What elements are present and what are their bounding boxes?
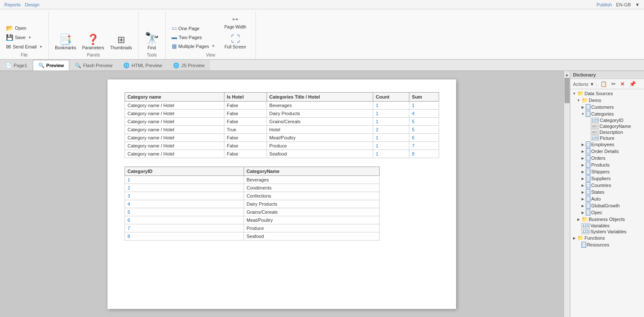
tab-preview-label: Preview — [46, 63, 64, 68]
thumbnails-button[interactable]: ⊞ Thumbnails — [108, 34, 134, 51]
expand-data-sources[interactable]: ▼ — [572, 92, 576, 96]
page-width-button[interactable]: ↔ Page Width — [223, 14, 248, 30]
tab-page1[interactable]: 📄 Page1 — [0, 60, 33, 71]
table1-header-title: Categories Title / Hotel — [267, 93, 373, 102]
expand-employees[interactable]: ▶ — [581, 143, 585, 147]
two-pages-button[interactable]: ▬ Two Pages — [170, 33, 217, 41]
expand-customers[interactable]: ▶ — [581, 105, 585, 109]
tree-item-employees[interactable]: ▶□Employees — [570, 141, 644, 148]
tree-item-categoryid[interactable]: 123CategoryID — [570, 117, 644, 123]
save-button[interactable]: 💾 Save ▼ — [4, 33, 44, 42]
tree-label-demo: Demo — [589, 98, 601, 103]
expand-opec[interactable]: ▶ — [581, 211, 585, 215]
tree-item-order-details[interactable]: ▶□Order Details — [570, 148, 644, 155]
expand-products[interactable]: ▶ — [581, 163, 585, 167]
open-button[interactable]: 📂 Open — [4, 24, 44, 32]
table-row: 1 Beverages — [125, 176, 380, 184]
table-row: 6 Meat/Poultry — [125, 216, 380, 224]
table-icon-globalgrowth: □ — [586, 203, 590, 209]
tree-item-variables[interactable]: 123Variables — [570, 223, 644, 229]
tree-item-states[interactable]: ▶□States — [570, 189, 644, 195]
tree-item-products[interactable]: ▶□Products — [570, 161, 644, 168]
edit-button[interactable]: ✏ — [610, 80, 617, 88]
tree-item-auto[interactable]: ▶□Auto — [570, 195, 644, 202]
tree-item-resources[interactable]: □Resources — [570, 241, 644, 248]
send-email-button[interactable]: ✉ Send Email ▼ — [4, 42, 44, 51]
expand-states[interactable]: ▶ — [581, 190, 585, 194]
tree-item-categoryname[interactable]: abcCategoryName — [570, 123, 644, 129]
tree-item-picture[interactable]: 123Picture — [570, 135, 644, 141]
tree-label-categoryid: CategoryID — [600, 118, 624, 123]
tab-js-preview[interactable]: 🌐 JS Preview — [167, 60, 210, 71]
tree-item-opec[interactable]: ▶□Opec — [570, 209, 644, 216]
tree-item-orders[interactable]: ▶□Orders — [570, 155, 644, 161]
bookmarks-label: Bookmarks — [55, 45, 76, 50]
scroll-up-arrow[interactable]: ▲ — [565, 73, 569, 77]
cell-name: Seafood — [244, 232, 380, 241]
dropdown-arrow-lang: ▼ — [635, 2, 640, 7]
actions-button[interactable]: Actions ▼ — [573, 82, 594, 87]
table1-header-sum: Sum — [409, 93, 439, 102]
publish-button[interactable]: Publish — [596, 2, 612, 7]
tree-label-categoryname: CategoryName — [600, 124, 631, 129]
tab-preview[interactable]: 🔍 Preview — [33, 60, 70, 71]
one-page-button[interactable]: ▭ One Page — [170, 24, 217, 32]
language-selector[interactable]: EN-GB — [616, 2, 631, 7]
full-screen-button[interactable]: ⛶ Full Screen — [223, 34, 248, 50]
expand-order-details[interactable]: ▶ — [581, 150, 585, 153]
table1-header-count: Count — [373, 93, 409, 102]
multiple-pages-button[interactable]: ▦ Multiple Pages ▼ — [170, 42, 217, 50]
tab-flash-preview[interactable]: 🔍 Flash Preview — [69, 60, 118, 71]
tree-item-description[interactable]: abcDescription — [570, 129, 644, 135]
tree-label-description: Description — [600, 130, 623, 135]
table-row: 7 Produce — [125, 224, 380, 232]
expand-demo[interactable]: ▼ — [576, 99, 581, 102]
tree-item-business-objects[interactable]: ▶📁Business Objects — [570, 216, 644, 223]
cell-id: 3 — [125, 192, 244, 200]
cell-count: 1 — [373, 142, 409, 150]
multiple-pages-label: Multiple Pages — [179, 44, 209, 49]
delete-button[interactable]: ✕ — [619, 80, 626, 88]
expand-globalgrowth[interactable]: ▶ — [581, 204, 585, 208]
js-preview-icon: 🌐 — [173, 62, 179, 68]
pin-button[interactable]: 📌 — [628, 80, 637, 88]
bookmarks-button[interactable]: 📑 Bookmarks — [53, 34, 78, 51]
tree-item-demo[interactable]: ▼📁Demo — [570, 97, 644, 104]
find-button[interactable]: 🔭 Find — [143, 32, 161, 51]
cell-id: 2 — [125, 184, 244, 192]
find-icon: 🔭 — [145, 33, 159, 45]
tree-item-suppliers[interactable]: ▶□Suppliers — [570, 175, 644, 182]
new-button[interactable]: 📋 — [599, 80, 608, 88]
tree-item-functions[interactable]: ▶📁Functions — [570, 235, 644, 241]
scroll-thumb[interactable] — [565, 78, 570, 103]
expand-categories[interactable]: ▼ — [581, 112, 585, 116]
tree-item-globalgrowth[interactable]: ▶□GlobalGrowth — [570, 202, 644, 209]
reports-link[interactable]: Reports — [4, 2, 21, 7]
one-page-label: One Page — [179, 26, 200, 31]
expand-countries[interactable]: ▶ — [581, 184, 585, 187]
tree-item-countries[interactable]: ▶□Countries — [570, 182, 644, 189]
tree-label-countries: Countries — [591, 183, 611, 188]
parameters-button[interactable]: ❓ Parameters — [80, 34, 106, 51]
vertical-scrollbar[interactable]: ▲ ▼ — [564, 71, 570, 317]
tree-item-shippers[interactable]: ▶□Shippers — [570, 168, 644, 175]
expand-orders[interactable]: ▶ — [581, 156, 585, 160]
ribbon-group-file: 📂 Open 💾 Save ▼ ✉ Send Email ▼ File — [0, 11, 49, 59]
tree-item-customers[interactable]: ▶□Customers — [570, 104, 644, 110]
folder-icon-demo: 📁 — [582, 97, 588, 103]
expand-business-objects[interactable]: ▶ — [576, 218, 581, 221]
expand-suppliers[interactable]: ▶ — [581, 177, 585, 181]
cell-sum: 8 — [409, 150, 439, 158]
tree-item-system-variables[interactable]: 123System Variables — [570, 229, 644, 235]
tab-html-preview[interactable]: 🌐 HTML Preview — [118, 60, 167, 71]
cell-catname: Category name / Hotel — [125, 150, 224, 158]
tree-item-data-sources[interactable]: ▼📁Data Sources — [570, 90, 644, 97]
expand-functions[interactable]: ▶ — [572, 236, 576, 240]
tree-item-categories[interactable]: ▼□Categories — [570, 110, 644, 117]
full-screen-icon: ⛶ — [231, 34, 240, 44]
tree-label-system-variables: System Variables — [590, 229, 627, 234]
expand-auto[interactable]: ▶ — [581, 197, 585, 201]
design-link[interactable]: Design — [25, 2, 40, 7]
content-area[interactable]: Category name Is Hotel Categories Title … — [0, 71, 564, 317]
expand-shippers[interactable]: ▶ — [581, 170, 585, 174]
